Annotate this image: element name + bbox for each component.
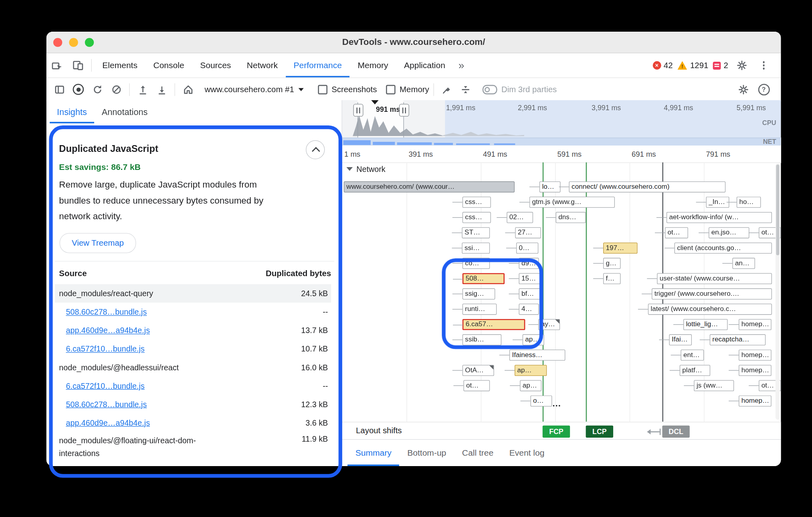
network-request[interactable]: 6.ca57… (463, 319, 525, 330)
bottom-tab-summary[interactable]: Summary (347, 440, 400, 466)
tab-memory[interactable]: Memory (350, 53, 396, 78)
network-request[interactable]: 27… (515, 227, 541, 238)
load-profile-button[interactable] (134, 81, 151, 98)
network-section-header[interactable]: Network (346, 164, 385, 173)
network-request[interactable]: o… (530, 396, 552, 407)
network-request[interactable]: ay… (538, 319, 560, 330)
network-request[interactable]: platf… (680, 365, 710, 376)
timeline-overview[interactable]: 991 ms 1,991 ms2,991 ms3,991 ms4,991 ms5… (342, 100, 781, 146)
network-request[interactable]: dns… (556, 212, 586, 223)
network-request[interactable]: ent… (681, 349, 704, 361)
device-toolbar-button[interactable] (67, 53, 89, 78)
capture-settings-button[interactable] (735, 81, 752, 98)
network-request[interactable]: lottie_lig… (683, 319, 728, 330)
network-request[interactable]: ap… (515, 365, 547, 376)
network-request[interactable]: homep… (739, 349, 772, 361)
save-profile-button[interactable] (153, 81, 170, 98)
network-request[interactable]: an… (732, 258, 755, 269)
network-request[interactable]: 197… (603, 242, 638, 254)
network-request[interactable]: ssi… (462, 242, 490, 254)
minimize-button[interactable] (69, 38, 78, 46)
memory-checkbox[interactable] (386, 85, 396, 94)
close-button[interactable] (53, 38, 62, 46)
record-button[interactable] (70, 81, 87, 98)
screenshots-checkbox[interactable] (318, 85, 327, 94)
bottom-tab-bottom-up[interactable]: Bottom-up (399, 440, 454, 466)
network-request[interactable]: 15… (519, 273, 542, 284)
network-request[interactable]: connect/ (www.coursehero.com) (569, 182, 726, 193)
network-request[interactable]: ap… (520, 380, 541, 392)
network-request[interactable]: 4… (519, 304, 539, 315)
network-request[interactable]: www.coursehero.com/ (www.cour… (344, 182, 515, 193)
source-file-link[interactable]: 6.ca572f10…bundle.js (66, 344, 144, 353)
settings-button[interactable] (733, 57, 750, 74)
network-request[interactable]: client (accounts.go… (675, 242, 772, 254)
help-button[interactable]: ? (755, 81, 772, 98)
clear-button[interactable] (107, 81, 125, 98)
tab-performance[interactable]: Performance (286, 53, 350, 78)
more-options-button[interactable] (755, 57, 772, 74)
collapse-insight-button[interactable] (306, 140, 325, 159)
network-request[interactable]: en.jso… (709, 227, 749, 238)
network-request[interactable]: f… (603, 273, 620, 284)
source-file-link[interactable]: 6.ca572f10…bundle.js (66, 381, 144, 390)
source-file-link[interactable]: 508.60c278…bundle.js (66, 400, 147, 408)
network-request[interactable]: ot… (665, 227, 688, 238)
network-request[interactable]: homep… (739, 365, 772, 376)
bottom-tab-event-log[interactable]: Event log (501, 440, 552, 466)
network-request[interactable]: css… (463, 212, 491, 223)
overview-left-handle[interactable] (353, 104, 363, 117)
view-treemap-button[interactable]: View Treemap (60, 233, 136, 253)
network-request[interactable]: trigger/ (www.coursehero.… (652, 289, 772, 300)
scrollbar-thumb[interactable] (776, 164, 780, 255)
home-button[interactable] (179, 81, 196, 98)
network-request[interactable]: css… (463, 197, 491, 208)
overview-right-handle[interactable] (399, 104, 409, 117)
network-request[interactable]: d9… (519, 258, 539, 269)
zoom-button[interactable] (85, 38, 94, 46)
dim-3rd-parties-toggle[interactable] (483, 85, 497, 94)
vertical-scrollbar[interactable] (776, 164, 780, 420)
issues-badge[interactable]: 2 (713, 61, 728, 70)
collect-garbage-button[interactable] (438, 81, 455, 98)
network-request[interactable]: Ifai… (669, 334, 692, 345)
network-request[interactable]: ST… (462, 227, 490, 238)
network-request[interactable]: OtA… (463, 365, 494, 376)
network-request[interactable]: bf… (519, 289, 542, 300)
network-request[interactable]: recaptcha… (710, 334, 766, 345)
network-request[interactable]: homep… (739, 396, 772, 407)
network-request[interactable]: 02… (507, 212, 533, 223)
tab-application[interactable]: Application (396, 53, 453, 78)
network-request[interactable]: gtm.js (www.g… (529, 197, 615, 208)
memory-checkbox-group[interactable]: Memory (386, 85, 429, 94)
tab-sources[interactable]: Sources (192, 53, 239, 78)
expand-collapse-button[interactable] (457, 81, 474, 98)
screenshots-checkbox-group[interactable]: Screenshots (318, 85, 377, 94)
network-request[interactable]: ssig… (463, 289, 495, 300)
network-request[interactable]: co… (463, 258, 490, 269)
record-and-reload-button[interactable] (89, 81, 106, 98)
bottom-tab-call-tree[interactable]: Call tree (454, 440, 501, 466)
sidebar-tab-annotations[interactable]: Annotations (94, 100, 155, 123)
network-request[interactable]: _In… (706, 197, 729, 208)
sidebar-tab-insights[interactable]: Insights (50, 100, 95, 123)
error-badge[interactable]: × 42 (652, 61, 673, 70)
network-request[interactable]: homep… (739, 319, 772, 330)
warning-badge[interactable]: 1291 (677, 61, 708, 70)
inspect-button[interactable] (46, 53, 68, 78)
tab-console[interactable]: Console (145, 53, 192, 78)
network-request[interactable]: 508… (463, 273, 505, 284)
tab-network[interactable]: Network (239, 53, 286, 78)
network-request[interactable]: latest/ (www.coursehero.c… (648, 304, 772, 315)
network-request[interactable]: ssib… (463, 334, 501, 345)
more-tabs-button[interactable]: » (453, 53, 470, 78)
network-request[interactable]: runti… (463, 304, 497, 315)
source-file-link[interactable]: app.460d9e…a94b4e.js (66, 326, 150, 335)
network-request[interactable]: ot… (463, 380, 490, 392)
network-request[interactable]: js (ww… (694, 380, 734, 392)
network-request[interactable]: user-state/ (www.course… (657, 273, 772, 284)
network-request[interactable]: 0… (516, 242, 538, 254)
network-request[interactable]: lo… (539, 182, 561, 193)
network-request[interactable]: aet-workflow-info/ (w… (667, 212, 772, 223)
source-file-link[interactable]: app.460d9e…a94b4e.js (66, 418, 150, 427)
